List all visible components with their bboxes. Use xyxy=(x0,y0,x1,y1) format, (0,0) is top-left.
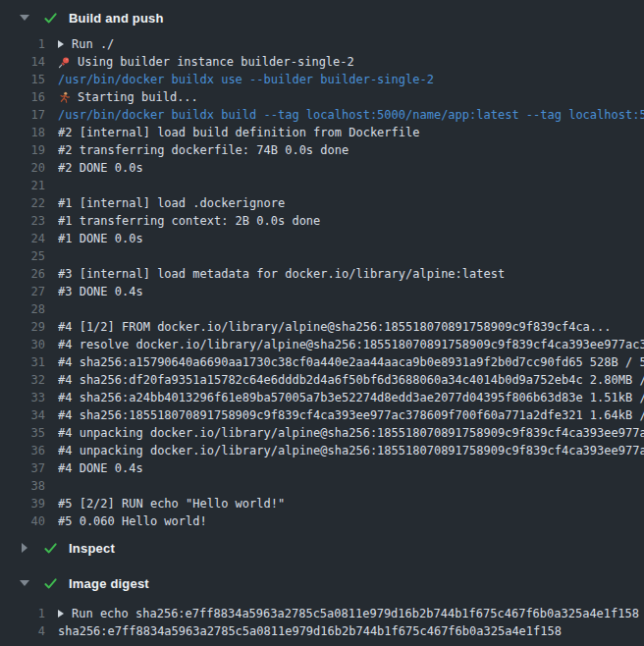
pushpin-icon xyxy=(58,56,71,69)
log-line: 1 Run ./ xyxy=(0,35,644,53)
line-number[interactable]: 40 xyxy=(0,512,45,530)
log-text: #2 transferring dockerfile: 74B 0.0s don… xyxy=(58,141,349,159)
line-number[interactable]: 18 xyxy=(0,124,45,141)
log-line: 25 xyxy=(0,247,644,265)
line-number[interactable]: 25 xyxy=(0,247,45,265)
log-line: 26 #3 [internal] load metadata for docke… xyxy=(0,265,644,283)
line-number[interactable]: 26 xyxy=(0,265,45,283)
log-line: 23 #1 transferring context: 2B 0.0s done xyxy=(0,212,644,230)
section-header-build-and-push[interactable]: Build and push xyxy=(0,0,644,35)
log-text: #1 [internal] load .dockerignore xyxy=(58,194,285,212)
runner-icon xyxy=(58,91,71,104)
log-text-wrap: Run ./ xyxy=(58,35,644,53)
log-text-wrap: #4 sha256:df20fa9351a15782c64e6dddb2d4a6… xyxy=(58,371,644,389)
log-line: 20 #2 DONE 0.0s xyxy=(0,159,644,177)
line-number[interactable]: 22 xyxy=(0,194,45,212)
line-number[interactable]: 39 xyxy=(0,495,45,512)
line-number[interactable]: 4 xyxy=(0,622,45,640)
log-text-wrap: #5 [2/2] RUN echo "Hello world!" xyxy=(58,495,644,512)
section-header-inspect[interactable]: Inspect xyxy=(0,530,644,565)
log-line: 1 Run echo sha256:e7ff8834a5963a2785c5a0… xyxy=(0,605,644,622)
log-text: #4 unpacking docker.io/library/alpine@sh… xyxy=(58,442,644,459)
log-line: 18 #2 [internal] load build definition f… xyxy=(0,124,644,141)
line-number[interactable]: 29 xyxy=(0,318,45,336)
log-text-wrap: #2 [internal] load build definition from… xyxy=(58,124,644,141)
log-line: 31 #4 sha256:a15790640a6690aa1730c38cf0a… xyxy=(0,353,644,371)
chevron-icon xyxy=(20,15,29,21)
log-text: #4 unpacking docker.io/library/alpine@sh… xyxy=(58,424,644,442)
log-text: sha256:e7ff8834a5963a2785c5a0811e979d16b… xyxy=(58,622,562,640)
line-number[interactable]: 33 xyxy=(0,389,45,406)
line-number[interactable]: 23 xyxy=(0,212,45,230)
log-text-wrap: #3 [internal] load metadata for docker.i… xyxy=(58,265,644,283)
log-text-wrap: /usr/bin/docker buildx build --tag local… xyxy=(58,106,644,124)
success-check-icon xyxy=(43,576,58,591)
line-number[interactable]: 1 xyxy=(0,35,45,53)
log-line: 19 #2 transferring dockerfile: 74B 0.0s … xyxy=(0,141,644,159)
log-line: 37 #4 DONE 0.4s xyxy=(0,459,644,477)
line-number[interactable]: 17 xyxy=(0,106,45,124)
expand-toggle-icon[interactable] xyxy=(58,40,64,48)
expand-toggle-icon[interactable] xyxy=(58,610,64,618)
line-number[interactable]: 32 xyxy=(0,371,45,389)
log-section-build-and-push: Build and push 1 Run ./ 14 Using builder… xyxy=(0,0,644,530)
line-number[interactable]: 35 xyxy=(0,424,45,442)
log-line: 24 #1 DONE 0.0s xyxy=(0,230,644,247)
log-text-wrap: #4 DONE 0.4s xyxy=(58,459,644,477)
line-number[interactable]: 24 xyxy=(0,230,45,247)
log-text: #4 sha256:185518070891758909c9f839cf4ca3… xyxy=(58,406,644,424)
line-number[interactable]: 15 xyxy=(0,71,45,88)
line-number[interactable]: 36 xyxy=(0,442,45,459)
log-text: Run echo sha256:e7ff8834a5963a2785c5a081… xyxy=(72,605,639,622)
log-line: 16 Starting build... xyxy=(0,88,644,106)
section-log-lines: 1 Run ./ 14 Using builder instance build… xyxy=(0,35,644,530)
line-number[interactable]: 1 xyxy=(0,605,45,622)
log-text-wrap: #4 sha256:185518070891758909c9f839cf4ca3… xyxy=(58,406,644,424)
log-line: 21 xyxy=(0,177,644,194)
log-line: 28 xyxy=(0,300,644,318)
log-text-wrap: #1 transferring context: 2B 0.0s done xyxy=(58,212,644,230)
chevron-down-icon xyxy=(20,580,29,586)
log-line: 15 /usr/bin/docker buildx use --builder … xyxy=(0,71,644,88)
line-number[interactable]: 31 xyxy=(0,353,45,371)
log-text-wrap: #2 DONE 0.0s xyxy=(58,159,644,177)
log-text: #2 DONE 0.0s xyxy=(58,159,143,177)
line-number[interactable]: 38 xyxy=(0,477,45,495)
log-line: 4 sha256:e7ff8834a5963a2785c5a0811e979d1… xyxy=(0,622,644,640)
line-number[interactable]: 27 xyxy=(0,283,45,300)
log-text: #1 transferring context: 2B 0.0s done xyxy=(58,212,320,230)
log-text: #4 sha256:df20fa9351a15782c64e6dddb2d4a6… xyxy=(58,371,644,389)
log-text-wrap: #4 sha256:a15790640a6690aa1730c38cf0a440… xyxy=(58,353,644,371)
log-text: Using builder instance builder-single-2 xyxy=(78,53,354,71)
log-text: #4 [1/2] FROM docker.io/library/alpine@s… xyxy=(58,318,612,336)
log-text: #3 [internal] load metadata for docker.i… xyxy=(58,265,505,283)
log-text: Run ./ xyxy=(72,35,114,53)
log-line: 38 xyxy=(0,477,644,495)
line-number[interactable]: 37 xyxy=(0,459,45,477)
line-number[interactable]: 20 xyxy=(0,159,45,177)
line-number[interactable]: 19 xyxy=(0,141,45,159)
line-number[interactable]: 21 xyxy=(0,177,45,194)
check-icon xyxy=(43,576,58,591)
log-text-wrap: #3 DONE 0.4s xyxy=(58,283,644,300)
log-text: #4 sha256:a24bb4013296f61e89ba57005a7b3e… xyxy=(58,389,644,406)
section-title: Inspect xyxy=(69,541,115,556)
log-line: 35 #4 unpacking docker.io/library/alpine… xyxy=(0,424,644,442)
log-text-wrap xyxy=(58,177,644,194)
log-text: #4 resolve docker.io/library/alpine@sha2… xyxy=(58,336,644,353)
log-text-wrap: #4 sha256:a24bb4013296f61e89ba57005a7b3e… xyxy=(58,389,644,406)
line-number[interactable]: 14 xyxy=(0,53,45,71)
log-section-image-digest: Image digest 1 Run echo sha256:e7ff8834a… xyxy=(0,565,644,640)
log-text-wrap xyxy=(58,300,644,318)
log-text-wrap: #1 [internal] load .dockerignore xyxy=(58,194,644,212)
line-number[interactable]: 16 xyxy=(0,88,45,106)
line-number[interactable]: 34 xyxy=(0,406,45,424)
chevron-right-icon xyxy=(22,543,27,553)
line-number[interactable]: 30 xyxy=(0,336,45,353)
log-text-wrap: #5 0.060 Hello world! xyxy=(58,512,644,530)
check-icon xyxy=(43,11,58,26)
log-text-wrap: #4 resolve docker.io/library/alpine@sha2… xyxy=(58,336,644,353)
actions-log-viewer: Build and push 1 Run ./ 14 Using builder… xyxy=(0,0,644,646)
line-number[interactable]: 28 xyxy=(0,300,45,318)
section-header-image-digest[interactable]: Image digest xyxy=(0,565,644,601)
